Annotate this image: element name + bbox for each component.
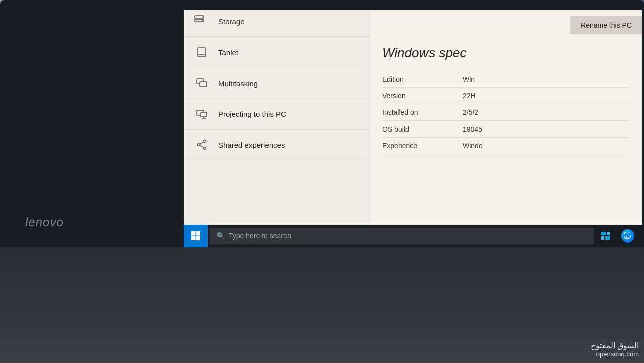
edge-icon[interactable] — [618, 226, 638, 246]
svg-point-3 — [202, 20, 203, 21]
sidebar-item-projecting[interactable]: Projecting to this PC — [184, 99, 370, 129]
laptop-bottom-chassis — [0, 247, 644, 363]
edition-value: Win — [463, 75, 630, 83]
spec-row-experience: Experience Windo — [382, 138, 630, 154]
laptop-lid: Storage Tablet — [0, 0, 644, 257]
os-build-label: OS build — [382, 125, 463, 133]
spec-row-edition: Edition Win — [382, 71, 630, 88]
search-placeholder: Type here to search — [229, 232, 291, 240]
spec-row-os-build: OS build 19045 — [382, 121, 630, 138]
windows-spec-panel: Rename this PC Windows spec Edition Win … — [370, 10, 642, 232]
tablet-label: Tablet — [218, 48, 238, 57]
search-icon: 🔍 — [216, 232, 225, 240]
edge-icon-wrap — [621, 229, 634, 243]
task-view-icon[interactable] — [596, 226, 616, 246]
divider-5 — [184, 160, 370, 160]
svg-rect-23 — [607, 232, 610, 235]
laptop: Storage Tablet — [0, 0, 644, 363]
storage-icon — [194, 13, 210, 29]
rename-pc-button[interactable]: Rename this PC — [570, 16, 642, 34]
svg-rect-24 — [601, 236, 604, 240]
windows-spec-title: Windows spec — [382, 45, 630, 61]
lenovo-brand-label: lenovo — [25, 215, 64, 229]
storage-label: Storage — [218, 17, 245, 26]
multitasking-icon — [194, 75, 210, 91]
sidebar-item-storage[interactable]: Storage — [184, 10, 370, 37]
os-build-value: 19045 — [463, 125, 630, 133]
laptop-screen: Storage Tablet — [184, 10, 642, 247]
sidebar-item-multitasking[interactable]: Multitasking — [184, 68, 370, 98]
experience-label: Experience — [382, 142, 463, 150]
svg-point-6 — [201, 56, 202, 57]
svg-point-15 — [204, 147, 206, 150]
taskbar-right-icons — [596, 226, 642, 246]
svg-point-2 — [202, 17, 203, 18]
svg-rect-25 — [605, 236, 610, 240]
spec-row-installed-on: Installed on 2/5/2 — [382, 104, 630, 121]
watermark-latin-text: opensooq.com — [591, 350, 639, 358]
svg-rect-22 — [601, 232, 606, 235]
opensooq-watermark: السوق المفتوح opensooq.com — [591, 341, 639, 358]
svg-rect-19 — [196, 231, 201, 236]
experience-value: Windo — [463, 142, 630, 150]
project-icon — [194, 106, 210, 122]
svg-line-16 — [200, 142, 203, 144]
watermark-arabic-text: السوق المفتوح — [591, 341, 639, 350]
sidebar-item-shared[interactable]: Shared experiences — [184, 130, 370, 160]
svg-rect-20 — [191, 236, 196, 241]
windows-start-icon — [191, 231, 201, 241]
svg-rect-10 — [201, 112, 207, 117]
spec-row-version: Version 22H — [382, 88, 630, 104]
taskbar: 🔍 Type here to search — [184, 225, 642, 247]
svg-rect-21 — [196, 236, 201, 241]
start-button[interactable] — [184, 225, 208, 247]
search-bar[interactable]: 🔍 Type here to search — [210, 228, 594, 244]
shared-icon — [194, 137, 210, 153]
svg-rect-18 — [191, 231, 196, 236]
svg-line-17 — [200, 145, 203, 148]
svg-point-13 — [204, 140, 206, 143]
sidebar-item-tablet[interactable]: Tablet — [184, 37, 370, 68]
version-label: Version — [382, 92, 463, 100]
svg-point-14 — [198, 144, 200, 146]
installed-on-value: 2/5/2 — [463, 108, 630, 116]
spec-table: Edition Win Version 22H Installed on 2/5… — [382, 71, 630, 154]
multitasking-label: Multitasking — [218, 79, 258, 88]
projecting-label: Projecting to this PC — [218, 110, 287, 118]
svg-rect-8 — [200, 82, 207, 87]
installed-on-label: Installed on — [382, 108, 463, 116]
tablet-icon — [194, 44, 210, 60]
settings-sidebar: Storage Tablet — [184, 10, 370, 232]
edition-label: Edition — [382, 75, 463, 83]
svg-rect-4 — [198, 48, 206, 57]
version-value: 22H — [463, 92, 630, 100]
shared-label: Shared experiences — [218, 141, 285, 149]
